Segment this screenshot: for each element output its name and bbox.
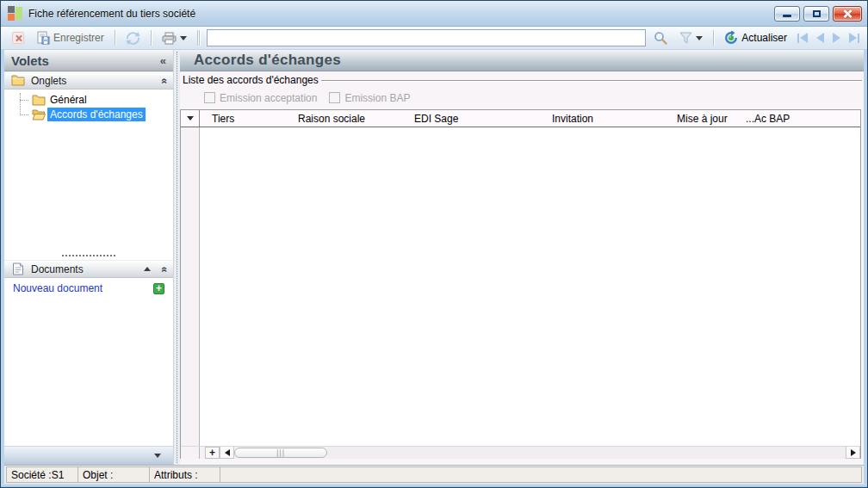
print-button[interactable] <box>158 29 191 47</box>
sidebar-header: Volets « <box>4 50 173 71</box>
panel-scroll-up-icon[interactable] <box>144 267 151 271</box>
sidebar-spacer <box>4 299 173 446</box>
scroll-right-button[interactable] <box>846 447 860 459</box>
last-record-button[interactable] <box>846 32 862 44</box>
next-record-button[interactable] <box>830 32 843 44</box>
status-objet: Objet : <box>78 466 150 483</box>
column-header-invitation[interactable]: Invitation <box>540 110 665 127</box>
row-selector-header[interactable] <box>181 110 200 127</box>
tree-item-general[interactable]: Général <box>4 93 173 107</box>
filter-dropdown-caret-icon[interactable] <box>696 36 703 40</box>
app-window: Fiche référencement du tiers société Enr… <box>0 0 868 488</box>
search-button[interactable] <box>649 28 672 47</box>
print-icon <box>162 32 177 45</box>
sidebar-spacer <box>4 124 173 251</box>
folder-icon <box>32 95 46 106</box>
accords-table: Tiers Raison sociale EDI Sage Invitation… <box>180 109 861 459</box>
panel-splitter-handle[interactable] <box>4 251 173 260</box>
scroll-left-icon <box>225 449 230 456</box>
print-dropdown-caret-icon[interactable] <box>180 36 187 40</box>
panel-collapse-documents-icon[interactable]: « <box>159 267 171 273</box>
status-societe: Société :S1 <box>6 466 78 483</box>
actualiser-icon <box>724 31 738 45</box>
toolbar-separator <box>115 30 115 46</box>
previous-record-icon <box>816 33 824 43</box>
checkbox-box[interactable] <box>204 92 215 103</box>
next-record-icon <box>833 33 840 43</box>
refresh-list-button[interactable]: Actualiser <box>720 28 791 47</box>
column-header-mise-a-jour[interactable]: Mise à jour <box>665 110 734 127</box>
scroll-right-icon <box>851 449 856 456</box>
folder-icon <box>11 75 25 86</box>
toolbar-separator <box>151 30 152 46</box>
table-header-row: Tiers Raison sociale EDI Sage Invitation… <box>181 110 860 127</box>
toolbar-separator <box>197 30 198 46</box>
sidebar-title: Volets <box>11 53 160 68</box>
delete-button[interactable] <box>8 29 28 46</box>
search-icon <box>654 31 667 45</box>
save-icon <box>36 31 50 45</box>
last-record-icon <box>849 33 857 43</box>
minimize-button[interactable] <box>774 6 800 22</box>
selector-dropdown-icon <box>187 116 194 120</box>
checkbox-emission-acceptation[interactable]: Emission acceptation <box>204 92 317 104</box>
group-box-header: Liste des accords d'échanges <box>180 71 864 86</box>
checkbox-box[interactable] <box>329 92 340 103</box>
onglets-tree: Général Accords d'échanges <box>4 90 173 124</box>
column-header-raison-sociale[interactable]: Raison sociale <box>286 110 402 127</box>
restore-button[interactable] <box>803 6 829 22</box>
filter-funnel-icon <box>679 32 692 44</box>
main-header: Accords d'échanges <box>180 50 864 71</box>
toolbar: Enregistrer <box>1 27 867 50</box>
window-bottom-border <box>1 484 867 487</box>
sidebar-main-splitter[interactable] <box>174 50 180 465</box>
previous-record-button[interactable] <box>814 32 827 44</box>
documents-panel-body: Nouveau document + <box>4 278 173 299</box>
restore-icon <box>813 10 821 17</box>
add-row-button[interactable]: + <box>205 447 220 459</box>
tree-item-label: Accords d'échanges <box>47 108 146 121</box>
toolbar-separator <box>713 30 714 46</box>
body: Volets « Onglets « Général <box>1 50 867 465</box>
save-button-label: Enregistrer <box>53 32 104 44</box>
close-button[interactable] <box>833 6 862 22</box>
main-panel: Accords d'échanges Liste des accords d'é… <box>180 50 864 465</box>
column-header-edi-sage[interactable]: EDI Sage <box>402 110 540 127</box>
checkbox-emission-bap[interactable]: Emission BAP <box>329 92 410 104</box>
status-attributs: Attributs : <box>150 466 220 483</box>
first-record-icon <box>800 33 808 43</box>
open-folder-icon <box>32 109 46 120</box>
document-icon <box>11 263 25 275</box>
app-logo-icon <box>8 6 22 21</box>
new-document-link[interactable]: Nouveau document <box>13 282 153 294</box>
table-body <box>181 127 860 446</box>
sidebar-collapse-icon[interactable]: « <box>160 54 166 67</box>
save-button[interactable]: Enregistrer <box>32 28 108 47</box>
refresh-button[interactable] <box>121 29 145 47</box>
statusbar: Société :S1 Objet : Attributs : <box>4 465 864 484</box>
tree-item-accords-dechanges[interactable]: Accords d'échanges <box>4 108 173 121</box>
panel-header-documents[interactable]: Documents « <box>4 260 173 278</box>
panel-title-onglets: Onglets <box>31 75 158 87</box>
panel-title-documents: Documents <box>31 263 140 275</box>
panel-header-onglets[interactable]: Onglets « <box>4 71 173 90</box>
table-rows-area[interactable] <box>200 127 860 446</box>
minimize-icon <box>783 15 791 17</box>
scroll-left-button[interactable] <box>220 447 234 459</box>
panel-collapse-onglets-icon[interactable]: « <box>159 77 171 83</box>
first-record-button[interactable] <box>795 32 810 44</box>
checkbox-row: Emission acceptation Emission BAP <box>180 86 864 109</box>
hscrollbar-thumb[interactable]: ||| <box>234 448 327 458</box>
panel-scroll-down-icon[interactable] <box>154 454 161 458</box>
hscrollbar-track[interactable] <box>327 447 846 459</box>
column-header-tiers[interactable]: Tiers <box>200 110 286 127</box>
filter-button[interactable] <box>675 29 707 46</box>
add-document-button[interactable]: + <box>153 283 164 294</box>
status-extra <box>220 466 862 483</box>
group-box-line <box>321 80 862 81</box>
selector-column-spacer <box>181 447 200 459</box>
delete-icon <box>12 32 24 44</box>
column-header-ac-bap[interactable]: ...Ac BAP <box>734 110 860 127</box>
sidebar-bottom-bar <box>4 446 173 465</box>
search-input[interactable] <box>207 29 646 46</box>
